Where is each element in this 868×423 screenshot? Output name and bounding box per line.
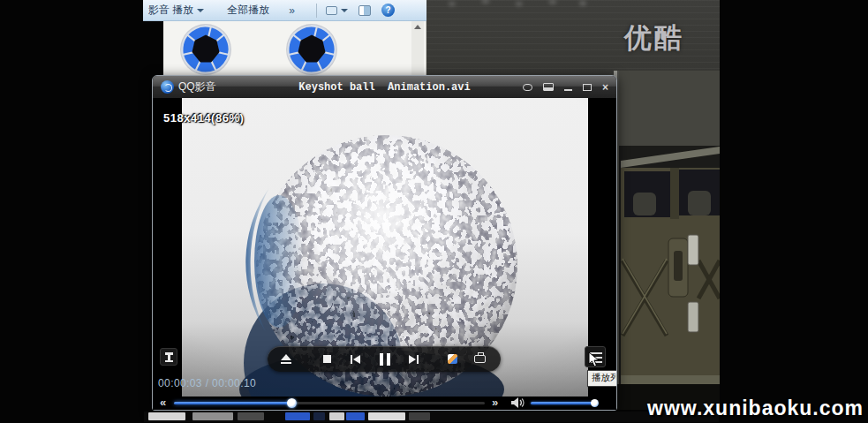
color-palette-icon bbox=[448, 354, 457, 364]
pause-button[interactable] bbox=[374, 346, 396, 372]
youku-watermark: 优酷 bbox=[624, 19, 684, 57]
volume-icon[interactable] bbox=[511, 397, 525, 408]
filmstrip-segment bbox=[329, 412, 344, 420]
views-icon bbox=[326, 6, 337, 15]
explorer-toolbar: 影音 播放 全部播放 » ? bbox=[143, 0, 426, 21]
help-button[interactable]: ? bbox=[376, 0, 400, 20]
video-region: 518x414(86%) bbox=[153, 98, 616, 410]
resolution-overlay: 518x414(86%) bbox=[163, 111, 244, 125]
tools-icon bbox=[165, 352, 173, 362]
filmstrip-segment bbox=[409, 412, 430, 420]
site-watermark: www.xunibaoku.com bbox=[647, 397, 864, 420]
preview-pane-icon bbox=[359, 5, 371, 16]
filmstrip-segment bbox=[192, 412, 233, 420]
menu-play-all[interactable]: 全部播放 bbox=[222, 0, 275, 20]
preview-pane-button[interactable] bbox=[353, 0, 376, 20]
maximize-icon[interactable] bbox=[583, 82, 592, 93]
toolbar-overflow-button[interactable]: » bbox=[283, 0, 300, 20]
playback-controls bbox=[268, 346, 501, 372]
seek-back-button[interactable]: « bbox=[160, 396, 166, 410]
seek-thumb[interactable] bbox=[287, 398, 297, 408]
volume-thumb[interactable] bbox=[591, 399, 599, 407]
seek-track[interactable] bbox=[174, 402, 485, 404]
mini-mode-icon[interactable] bbox=[543, 82, 554, 93]
scroll-up-icon bbox=[414, 25, 421, 29]
explorer-file-area bbox=[163, 21, 426, 79]
previous-icon bbox=[351, 355, 352, 364]
menu-play-all-label: 全部播放 bbox=[227, 3, 269, 18]
time-display: 00:00:03 / 00:00:10 bbox=[158, 377, 256, 389]
scrollbar[interactable] bbox=[411, 21, 424, 79]
filmstrip-segment bbox=[148, 412, 185, 420]
minimize-icon[interactable] bbox=[564, 82, 572, 93]
menu-play-label: 影音 播放 bbox=[148, 3, 193, 18]
overflow-chevron-icon: » bbox=[289, 4, 295, 17]
filmstrip-segment bbox=[313, 412, 325, 420]
underlying-progress-strip bbox=[144, 412, 719, 422]
screenshot-stage: 优酷 影音 播放 全部播放 bbox=[0, 0, 868, 423]
filmstrip-segment bbox=[368, 412, 405, 420]
next-icon bbox=[409, 355, 416, 364]
next-button[interactable] bbox=[404, 346, 423, 372]
mouse-cursor bbox=[588, 351, 600, 367]
stop-icon bbox=[323, 355, 331, 363]
eject-button[interactable] bbox=[275, 346, 298, 372]
player-titlebar[interactable]: QQ影音 Keyshot ball Animation.avi × bbox=[153, 76, 616, 98]
seek-row: « » bbox=[153, 396, 616, 410]
keyshot-file-icon[interactable] bbox=[179, 22, 232, 77]
stop-button[interactable] bbox=[317, 346, 336, 372]
toolbox-button[interactable] bbox=[469, 346, 490, 372]
color-settings-button[interactable] bbox=[442, 346, 462, 372]
filmstrip-segment bbox=[238, 412, 264, 420]
player-tools-button[interactable] bbox=[160, 348, 177, 366]
views-button[interactable] bbox=[321, 0, 353, 20]
chevron-down-icon bbox=[341, 9, 348, 12]
toolbox-icon bbox=[474, 355, 486, 363]
titlebar-controls: × bbox=[523, 82, 608, 93]
seek-played-bar bbox=[174, 402, 293, 404]
menu-play-with-player[interactable]: 影音 播放 bbox=[143, 0, 209, 20]
previous-button[interactable] bbox=[345, 346, 365, 372]
pause-icon bbox=[380, 353, 390, 366]
toolbar-separator bbox=[316, 4, 317, 18]
keyshot-file-icon[interactable] bbox=[285, 22, 338, 77]
chevron-down-icon bbox=[197, 9, 204, 12]
seek-forward-button[interactable]: » bbox=[492, 396, 498, 410]
filmstrip-segment bbox=[285, 412, 310, 420]
help-icon: ? bbox=[381, 4, 395, 17]
playlist-tooltip: 播放列表 bbox=[587, 370, 616, 387]
feedback-bubble-icon[interactable] bbox=[523, 82, 532, 93]
qq-player-window: QQ影音 Keyshot ball Animation.avi × bbox=[152, 75, 617, 411]
volume-track[interactable] bbox=[531, 402, 596, 404]
van-render bbox=[614, 71, 720, 410]
qq-player-logo-icon bbox=[161, 80, 174, 94]
close-icon[interactable]: × bbox=[602, 82, 608, 93]
faint-watermark-fragment bbox=[432, 0, 600, 9]
filmstrip-segment bbox=[346, 412, 365, 420]
app-name: QQ影音 bbox=[178, 79, 216, 94]
eject-icon bbox=[281, 354, 291, 364]
